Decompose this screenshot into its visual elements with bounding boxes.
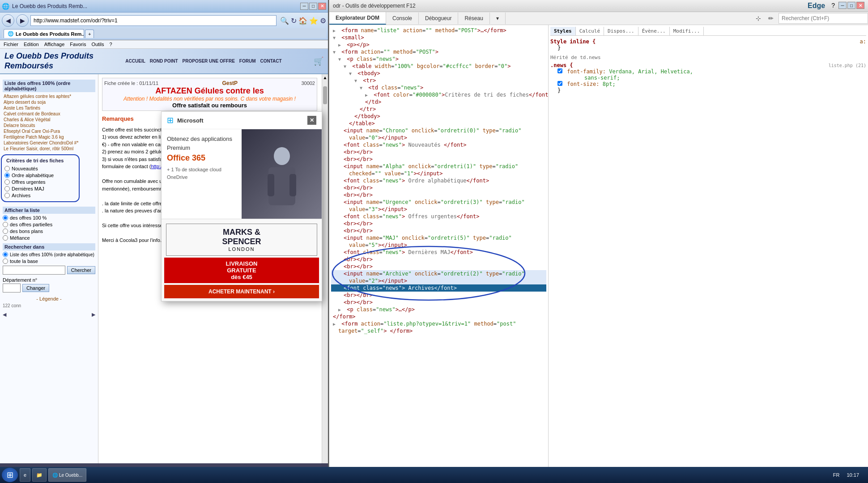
new-tab-btn[interactable]: + [85,30,94,38]
dom-node-font-archives[interactable]: <font class="news"> Archives</font> [331,284,546,292]
sidebar-link-calvet[interactable]: Calvet crémant de Bordeaux [3,111,95,117]
browser-maximize-btn[interactable]: □ [309,3,317,10]
radio-search-list-input[interactable] [3,252,8,257]
sidebar-link-labo[interactable]: Laboratoires Genevier ChondroDol #* [3,140,95,146]
sidebar-link-delacre[interactable]: Delacre biscuits [3,123,95,128]
dom-node-form-liste2[interactable]: ▶ <form action="liste.php?otypev=1&triv=… [331,320,546,327]
sidebar-link-fertiligene[interactable]: Fertiligène Patch Magic 3.6 kg [3,134,95,140]
nav-rond-point[interactable]: Rond Point [150,59,178,64]
search-input[interactable] [3,266,65,275]
nav-forum[interactable]: Forum [239,59,256,64]
cart-icon[interactable]: 🛒 [314,56,323,66]
nav-proposer[interactable]: Proposer Une Offre [183,59,235,64]
dom-node-td-news[interactable]: ▼ <td class="news"> [331,84,546,91]
dom-node-table[interactable]: ▼ <table width="100%" bgcolor="#ccffcc" … [331,63,546,70]
dom-node-input-chrono-val[interactable]: value="0"></input> [331,134,546,141]
nav-contact[interactable]: Contact [260,59,282,64]
dt-close-btn[interactable]: ✕ [856,2,864,9]
radio-100-input[interactable] [3,215,8,220]
radio-nouveautes-input[interactable] [4,166,10,171]
refresh-icon[interactable]: ↻ [291,17,297,25]
dt-tab-dom[interactable]: Explorateur DOM [329,12,386,25]
search-icon[interactable]: 🔍 [280,17,289,25]
dt-search-input[interactable] [779,13,868,24]
dom-node-font-nouveautes[interactable]: <font class="news"> Nouveautés </font> [331,141,546,148]
menu-outils[interactable]: Outils [91,42,104,47]
ms-buy-button[interactable]: ACHETER MAINTENANT › [164,285,319,298]
menu-edition[interactable]: Edition [24,42,39,47]
radio-urgentes-input[interactable] [4,179,10,185]
dt-minimize-btn[interactable]: ─ [838,2,847,9]
legende-link[interactable]: - Légende - [36,296,61,301]
dt-tab-console[interactable]: Console [386,13,419,24]
styles-tab-calc[interactable]: Calculé [576,27,604,35]
dt-tab-network[interactable]: Réseau [458,13,489,24]
sidebar-link-efiseptyl[interactable]: Efiseptyl Oral Care Oxi-Pura [3,128,95,134]
fav-icon[interactable]: ⭐ [309,17,318,25]
styles-tab-styles[interactable]: Styles [550,27,576,35]
browser-minimize-btn[interactable]: ─ [300,3,308,10]
dt-help-btn[interactable]: ? [831,2,835,10]
chercher-button[interactable]: Chercher [67,266,95,274]
sidebar-link-charles[interactable]: Charles & Alice Végétal [3,117,95,123]
radio-maj-input[interactable] [4,186,10,191]
style-checkbox-size[interactable] [557,81,562,86]
settings-icon[interactable]: ⚙ [320,17,326,25]
dt-tab-debugger[interactable]: Débogueur [419,13,458,24]
radio-mefiance-input[interactable] [3,235,8,241]
dom-node-input-archive[interactable]: <input name="Archive" onclick="ordretri(… [331,270,546,277]
sidebar-link-aoste[interactable]: Aoste Les Tartinés [3,105,95,111]
nav-forward-btn[interactable]: ▶ [16,14,29,27]
dom-node-form-liste[interactable]: ▶ <form name="liste" action="" method="P… [331,27,546,34]
changer-button[interactable]: Changer [22,284,49,292]
dom-node-input-urgence[interactable]: <input name="Urgence" onclick="ordretri(… [331,199,546,206]
dom-node-input-maj-val[interactable]: value="5"></input> [331,242,546,249]
scroll-left-icon[interactable]: ◀ [3,312,6,318]
dom-node-font-urgentes[interactable]: <font class="news"> Offres urgentes</fon… [331,213,546,220]
nav-back-btn[interactable]: ◀ [2,14,14,27]
home-icon[interactable]: 🏠 [298,17,307,25]
dom-node-small[interactable]: ▼ <small> [331,34,546,41]
menu-affichage[interactable]: Affichage [44,42,65,47]
radio-partial-input[interactable] [3,222,8,227]
dom-node-p-empty[interactable]: ▶ <p></p> [331,41,546,48]
dt-tab-more[interactable]: ▾ [490,13,506,24]
radio-bons-input[interactable] [3,229,8,234]
taskbar-browser-item[interactable]: 🌐 Le Ouebb... [48,468,86,482]
dom-node-form-target[interactable]: target="_self"> </form> [331,327,546,335]
sidebar-link-fleurier[interactable]: Le Fleurier Saisir, dorer, rôtir 500ml [3,146,95,152]
dom-node-p-news2[interactable]: ▶ <p class="news">…</p> [331,306,546,313]
dept-input[interactable] [3,284,21,292]
dom-node-input-alpha[interactable]: <input name="Alpha" onclick="ordretri(1)… [331,163,546,170]
taskbar-folder-icon[interactable]: 📁 [32,468,47,482]
nav-accueil[interactable]: Accueil [125,59,145,64]
dt-pointer-btn[interactable]: ⊹ [753,13,763,23]
start-button[interactable]: ⊞ [2,468,18,482]
dom-node-input-maj[interactable]: <input name="MAJ" onclick="ordretri(5)" … [331,234,546,242]
browser-tab-active[interactable]: 🌐 Le Ouebb des Produits Rem... ✕ [4,29,84,38]
dt-maximize-btn[interactable]: □ [847,2,855,9]
vscroll-up-icon[interactable]: ▲ [323,75,328,80]
radio-search-all-input[interactable] [3,258,8,264]
dom-node-input-chrono[interactable]: <input name="Chrono" onclick="ordretri(0… [331,127,546,134]
dom-node-input-urgence-val[interactable]: value="3"></input> [331,206,546,213]
menu-help[interactable]: ? [110,42,112,47]
radio-archives-input[interactable] [4,193,10,198]
address-bar[interactable] [30,15,277,26]
dom-node-font-alpha[interactable]: <font class="news"> Ordre alphabétique</… [331,177,546,184]
dom-node-input-alpha-val[interactable]: checked="" value="1"></input> [331,170,546,177]
dt-pencil-btn[interactable]: ✏ [766,13,776,23]
style-checkbox-family[interactable] [557,68,562,73]
styles-tab-modif[interactable]: Modifi... [670,27,704,35]
dom-node-tbody[interactable]: ▼ <tbody> [331,70,546,77]
styles-tab-dispos[interactable]: Dispos... [604,27,638,35]
dom-node-tr[interactable]: ▼ <tr> [331,77,546,84]
menu-favoris[interactable]: Favoris [70,42,86,47]
ms-popup-close-btn[interactable]: ✕ [307,116,316,125]
sidebar-link-alpro[interactable]: Alpro dessert du soja [3,99,95,105]
browser-close-btn[interactable]: ✕ [318,3,326,10]
sidebar-link-aftazen[interactable]: Aftazen gélules contre les aphtes* [3,93,95,99]
dom-node-form-post[interactable]: ▼ <form action="" method="POST"> [331,48,546,55]
dom-node-p-news[interactable]: ▼ <p class="news"> [331,55,546,63]
styles-tab-events[interactable]: Évène... [638,27,670,35]
